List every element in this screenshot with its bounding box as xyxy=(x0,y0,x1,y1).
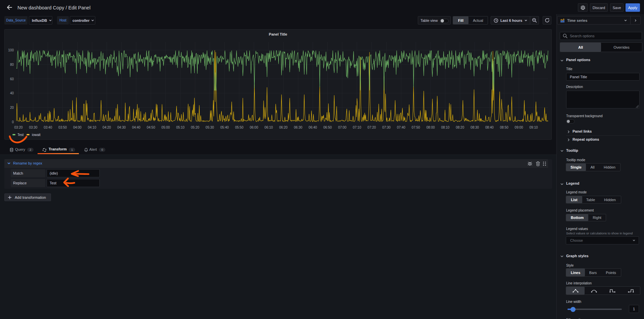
svg-text:05:00: 05:00 xyxy=(161,126,170,129)
svg-text:07:00: 07:00 xyxy=(338,126,346,129)
svg-text:04:30: 04:30 xyxy=(117,126,126,129)
svg-text:03:30: 03:30 xyxy=(29,126,37,129)
svg-text:04:50: 04:50 xyxy=(147,126,155,129)
svg-text:08:00: 08:00 xyxy=(426,126,435,129)
svg-text:04:20: 04:20 xyxy=(103,126,111,129)
svg-text:04:00: 04:00 xyxy=(73,126,82,129)
svg-text:09:10: 09:10 xyxy=(529,126,538,129)
svg-text:05:50: 05:50 xyxy=(235,126,243,129)
svg-text:08:40: 08:40 xyxy=(485,126,494,129)
svg-text:07:30: 07:30 xyxy=(382,126,391,129)
svg-text:04:10: 04:10 xyxy=(88,126,96,129)
svg-text:06:00: 06:00 xyxy=(250,126,258,129)
svg-text:80: 80 xyxy=(10,63,14,66)
svg-text:07:50: 07:50 xyxy=(412,126,420,129)
svg-text:40: 40 xyxy=(10,91,14,95)
svg-text:06:20: 06:20 xyxy=(279,126,288,129)
svg-text:08:30: 08:30 xyxy=(470,126,479,129)
svg-text:05:30: 05:30 xyxy=(206,126,214,129)
svg-text:03:50: 03:50 xyxy=(58,126,67,129)
svg-text:05:10: 05:10 xyxy=(176,126,185,129)
svg-text:20: 20 xyxy=(10,106,14,109)
svg-text:08:50: 08:50 xyxy=(500,126,508,129)
svg-text:06:40: 06:40 xyxy=(309,126,317,129)
svg-text:60: 60 xyxy=(10,77,14,81)
svg-text:100: 100 xyxy=(8,48,14,52)
svg-text:08:20: 08:20 xyxy=(456,126,464,129)
svg-text:06:10: 06:10 xyxy=(264,126,273,129)
svg-text:07:20: 07:20 xyxy=(367,126,376,129)
svg-text:03:40: 03:40 xyxy=(44,126,52,129)
svg-text:07:40: 07:40 xyxy=(397,126,405,129)
svg-text:05:40: 05:40 xyxy=(220,126,229,129)
svg-text:04:40: 04:40 xyxy=(132,126,140,129)
svg-text:08:10: 08:10 xyxy=(441,126,449,129)
svg-text:07:10: 07:10 xyxy=(353,126,361,129)
svg-text:09:00: 09:00 xyxy=(515,126,523,129)
svg-text:06:30: 06:30 xyxy=(294,126,302,129)
svg-text:06:50: 06:50 xyxy=(323,126,332,129)
svg-text:05:20: 05:20 xyxy=(191,126,199,129)
svg-text:0: 0 xyxy=(12,120,14,124)
svg-text:03:20: 03:20 xyxy=(14,126,22,129)
